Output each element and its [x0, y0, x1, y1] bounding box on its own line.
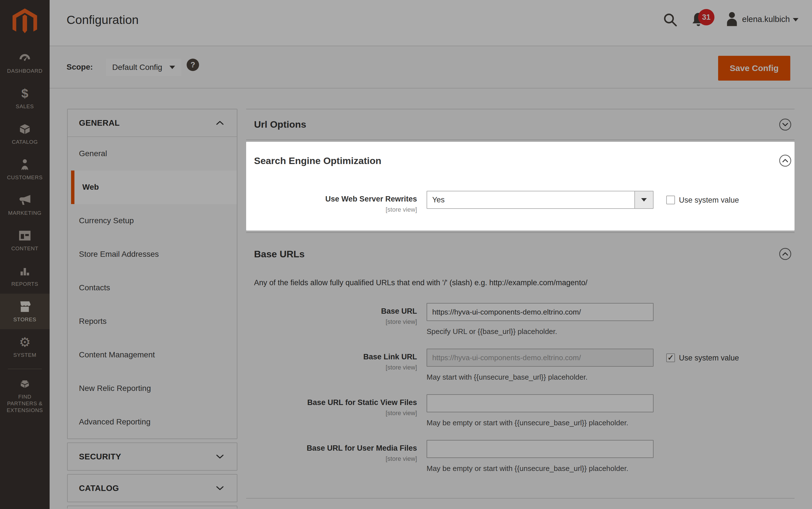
user-avatar-icon[interactable]: [724, 11, 740, 29]
section-url-options: Url Options: [246, 109, 794, 140]
select-arrow-segment[interactable]: [635, 191, 653, 208]
use-system-value-label: Use system value: [679, 196, 739, 205]
sidebar-item-label: CONTENT: [11, 245, 38, 252]
config-nav-item-web[interactable]: Web: [71, 171, 237, 204]
field-hint: May be empty or start with {{unsecure_ba…: [427, 464, 654, 473]
config-nav-item-currency-setup[interactable]: Currency Setup: [68, 204, 237, 238]
page-title: Configuration: [67, 13, 139, 27]
config-nav-item-content-management[interactable]: Content Management: [68, 338, 237, 371]
scope-switcher-select[interactable]: Default Config: [106, 59, 181, 76]
sidebar-item-label: SYSTEM: [13, 352, 36, 359]
config-nav-section-next-partial: [67, 506, 237, 508]
chevron-down-icon: [216, 454, 224, 460]
select-value: Yes: [432, 196, 445, 204]
page-actions-bar: Scope: Default Config ? Save Config: [50, 46, 812, 89]
user-name[interactable]: elena.kulbich: [742, 15, 790, 24]
config-nav-item-advanced-reporting[interactable]: Advanced Reporting: [68, 405, 237, 439]
field-scope-text: [store view]: [254, 318, 417, 326]
system-gear-icon: ⚙: [19, 335, 30, 349]
magento-admin-configuration-page: DASHBOARD $ SALES CATALOG CUSTOMERS MARK…: [0, 0, 812, 509]
sidebar-item-label: CATALOG: [12, 139, 38, 145]
sidebar-item-label: REPORTS: [11, 281, 38, 287]
admin-sidebar: DASHBOARD $ SALES CATALOG CUSTOMERS MARK…: [0, 0, 50, 509]
sidebar-item-customers[interactable]: CUSTOMERS: [0, 151, 50, 187]
field-hint: Specify URL or {{base_url}} placeholder.: [427, 327, 654, 336]
sidebar-item-label: DASHBOARD: [7, 68, 42, 74]
use-web-server-rewrites-select[interactable]: Yes: [427, 191, 654, 209]
sidebar-item-label: CUSTOMERS: [7, 174, 42, 181]
field-label: Base URL for Static View Files [store vi…: [254, 394, 427, 417]
chevron-down-icon: [641, 198, 647, 202]
config-nav-header-general[interactable]: GENERAL: [68, 109, 237, 136]
config-section-nav: GENERAL General Web Currency Setup Store…: [67, 109, 237, 508]
base-url-input[interactable]: [427, 303, 654, 321]
magento-logo[interactable]: [0, 0, 50, 45]
field-base-url-user-media-files: Base URL for User Media Files [store vie…: [254, 440, 792, 473]
config-nav-section-security: SECURITY: [67, 442, 237, 471]
sidebar-item-reports[interactable]: REPORTS: [0, 258, 50, 294]
extensions-brick-icon: [18, 377, 31, 391]
reports-barchart-icon: [19, 264, 31, 278]
sidebar-item-find-partners-extensions[interactable]: FIND PARTNERS & EXTENSIONS: [0, 373, 50, 418]
chevron-down-icon: [216, 485, 224, 491]
search-icon[interactable]: [662, 12, 678, 29]
section-base-urls-secure: Base URLs (Secure): [246, 499, 794, 509]
field-label: Base URL for User Media Files [store vie…: [254, 440, 427, 463]
magento-logo-icon: [12, 8, 37, 37]
section-title: Base URLs: [254, 248, 305, 260]
sidebar-item-system[interactable]: ⚙ SYSTEM: [0, 329, 50, 365]
sidebar-item-label: STORES: [13, 316, 36, 323]
config-nav-item-general[interactable]: General: [68, 137, 237, 171]
scope-switcher-value: Default Config: [112, 63, 162, 72]
section-base-urls: Base URLs Any of the fields allow fully …: [246, 232, 794, 499]
config-nav-item-contacts[interactable]: Contacts: [68, 271, 237, 305]
field-label-text: Base Link URL: [254, 352, 417, 362]
config-main-content: Url Options Search Engine Optimization U…: [246, 109, 794, 509]
config-nav-items: General Web Currency Setup Store Email A…: [68, 136, 237, 439]
field-hint: May start with {{unsecure_base_url}} pla…: [427, 373, 654, 382]
base-link-url-input[interactable]: [427, 349, 654, 367]
use-system-value-checkbox[interactable]: [666, 353, 675, 362]
sidebar-item-stores[interactable]: STORES: [0, 294, 50, 329]
sidebar-item-dashboard[interactable]: DASHBOARD: [0, 45, 50, 80]
sidebar-divider: [8, 369, 42, 369]
sidebar-item-marketing[interactable]: MARKETING: [0, 187, 50, 223]
content-layout-icon: [18, 229, 31, 242]
config-nav-header-catalog[interactable]: CATALOG: [68, 475, 237, 502]
field-label: Base Link URL [store view]: [254, 349, 427, 371]
config-nav-header-security[interactable]: SECURITY: [68, 443, 237, 470]
base-url-static-view-files-input[interactable]: [427, 394, 654, 412]
field-label-text: Base URL for User Media Files: [254, 443, 417, 453]
collapse-chevron-up-icon[interactable]: [779, 154, 792, 167]
sidebar-item-label: SALES: [16, 103, 34, 110]
sidebar-item-catalog[interactable]: CATALOG: [0, 116, 50, 151]
config-nav-item-new-relic-reporting[interactable]: New Relic Reporting: [68, 371, 237, 405]
base-url-user-media-files-input[interactable]: [427, 440, 654, 458]
save-config-button[interactable]: Save Config: [718, 56, 790, 80]
user-menu-chevron-down-icon[interactable]: [793, 18, 799, 22]
sidebar-item-label: FIND PARTNERS & EXTENSIONS: [4, 394, 46, 414]
field-scope-text: [store view]: [254, 364, 417, 371]
collapse-chevron-up-icon[interactable]: [779, 247, 792, 261]
use-system-value-checkbox[interactable]: [666, 196, 675, 204]
sidebar-item-content[interactable]: CONTENT: [0, 223, 50, 258]
config-nav-header-label: CATALOG: [79, 484, 119, 493]
sales-dollar-icon: $: [22, 87, 28, 100]
notification-count-badge[interactable]: 31: [698, 9, 714, 25]
collapse-chevron-down-icon[interactable]: [779, 118, 792, 131]
field-scope-text: [store view]: [254, 409, 417, 417]
config-nav-item-store-email-addresses[interactable]: Store Email Addresses: [68, 238, 237, 271]
field-label: Use Web Server Rewrites [store view]: [254, 191, 427, 213]
section-title: Url Options: [254, 119, 306, 130]
scope-label: Scope:: [67, 63, 93, 72]
chevron-up-icon: [216, 120, 224, 126]
customers-person-icon: [19, 158, 31, 171]
use-system-value-label: Use system value: [679, 353, 739, 363]
sidebar-item-sales[interactable]: $ SALES: [0, 80, 50, 116]
config-nav-item-reports[interactable]: Reports: [68, 304, 237, 338]
config-nav-header-label: GENERAL: [79, 118, 120, 128]
field-scope-text: [store view]: [254, 455, 417, 463]
section-search-engine-optimization-highlighted: Search Engine Optimization Use Web Serve…: [246, 142, 794, 231]
stores-storefront-icon: [18, 300, 31, 313]
scope-help-icon[interactable]: ?: [187, 59, 199, 71]
